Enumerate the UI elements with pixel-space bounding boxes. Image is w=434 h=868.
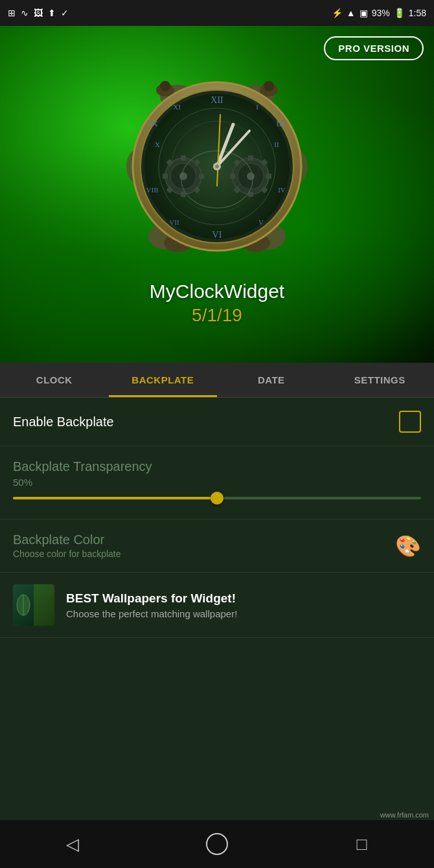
svg-text:IX: IX <box>149 119 158 128</box>
svg-point-6 <box>160 81 170 91</box>
color-text-col: Backplate Color Choose color for backpla… <box>13 532 121 559</box>
thumb-left <box>13 584 34 626</box>
svg-text:III: III <box>277 119 285 128</box>
svg-rect-31 <box>248 155 253 161</box>
grid-icon: ⊞ <box>8 8 16 18</box>
svg-rect-23 <box>199 174 204 179</box>
clock-widget: XII III VI IX I II IV V VII VIII X XI <box>113 63 321 270</box>
back-icon: ◁ <box>66 834 79 854</box>
upload-icon: ⬆ <box>48 8 56 18</box>
clock-svg: XII III VI IX I II IV V VII VIII X XI <box>113 63 321 270</box>
backplate-color-label: Backplate Color <box>13 532 121 547</box>
svg-text:I: I <box>256 103 258 111</box>
svg-rect-34 <box>266 174 271 179</box>
transparency-value: 50% <box>13 477 421 488</box>
tab-bar: CLOCK BACKPLATE DATE SETTINGS <box>0 363 434 398</box>
transparency-label: Backplate Transparency <box>13 459 421 474</box>
bottom-nav: ◁ □ <box>0 820 434 868</box>
app-title: MyClockWidget <box>150 280 284 303</box>
stats-icon: ∿ <box>21 8 29 18</box>
battery-icon: 🔋 <box>394 8 405 18</box>
transparency-slider-fill <box>13 497 217 499</box>
hero-preview: PRO VERSION <box>0 26 434 363</box>
svg-point-19 <box>179 172 187 180</box>
svg-text:VIII: VIII <box>146 186 159 194</box>
back-button[interactable]: ◁ <box>53 825 92 863</box>
home-icon <box>206 833 228 855</box>
status-bar: ⊞ ∿ 🖼 ⬆ ✓ ⚡ ▲ ▣ 93% 🔋 1:58 <box>0 0 434 26</box>
bluetooth-icon: ⚡ <box>332 8 343 18</box>
tab-date[interactable]: DATE <box>217 363 326 397</box>
svg-text:II: II <box>274 141 279 148</box>
svg-rect-22 <box>163 174 168 179</box>
clock-time: 1:58 <box>409 8 426 18</box>
wallpaper-thumb-inner <box>13 584 54 626</box>
enable-backplate-checkbox[interactable] <box>399 411 421 433</box>
tab-clock[interactable]: CLOCK <box>0 363 109 397</box>
thumb-right <box>34 584 54 626</box>
transparency-section: Backplate Transparency 50% <box>0 446 434 520</box>
transparency-slider-track[interactable] <box>13 497 421 499</box>
check-icon: ✓ <box>61 8 69 18</box>
svg-text:VI: VI <box>212 230 222 240</box>
wallpaper-thumbnail <box>13 584 54 626</box>
status-bar-left: ⊞ ∿ 🖼 ⬆ ✓ <box>8 8 328 18</box>
backplate-color-section: Backplate Color Choose color for backpla… <box>0 520 434 573</box>
svg-point-30 <box>247 172 255 180</box>
transparency-slider-thumb[interactable] <box>211 492 223 505</box>
status-right: ⚡ ▲ ▣ 93% 🔋 1:58 <box>332 8 426 18</box>
home-button[interactable] <box>198 825 236 863</box>
tab-backplate[interactable]: BACKPLATE <box>109 363 218 397</box>
svg-text:XI: XI <box>173 103 181 111</box>
svg-text:V: V <box>258 218 264 226</box>
svg-text:IV: IV <box>278 186 286 194</box>
pro-version-button[interactable]: PRO VERSION <box>324 36 424 60</box>
recents-button[interactable]: □ <box>342 825 381 863</box>
svg-rect-33 <box>230 174 235 179</box>
wallpaper-banner[interactable]: BEST Wallpapers for Widget! Choose the p… <box>0 573 434 638</box>
tab-settings[interactable]: SETTINGS <box>326 363 435 397</box>
enable-backplate-row: Enable Backplate <box>0 398 434 446</box>
recents-icon: □ <box>356 834 367 854</box>
wallpaper-text-col: BEST Wallpapers for Widget! Choose the p… <box>66 591 237 619</box>
wifi-icon: ▲ <box>347 8 356 18</box>
signal-icon: ▣ <box>360 8 368 18</box>
svg-text:X: X <box>155 141 160 148</box>
content-area: Enable Backplate Backplate Transparency … <box>0 398 434 868</box>
battery-percent: 93% <box>372 8 390 18</box>
enable-backplate-label: Enable Backplate <box>13 415 114 429</box>
svg-text:VII: VII <box>169 218 179 226</box>
image-icon: 🖼 <box>34 8 43 18</box>
backplate-color-sublabel: Choose color for backplate <box>13 549 121 559</box>
svg-point-7 <box>264 81 274 91</box>
svg-rect-20 <box>181 155 186 161</box>
watermark: www.frfam.com <box>380 811 429 819</box>
svg-point-56 <box>215 165 219 168</box>
palette-icon[interactable]: 🎨 <box>395 534 421 558</box>
svg-text:XII: XII <box>211 95 223 105</box>
wallpaper-title: BEST Wallpapers for Widget! <box>66 591 237 606</box>
app-date: 5/1/19 <box>192 305 242 326</box>
wallpaper-subtitle: Choose the perfect matching wallpaper! <box>66 608 237 619</box>
